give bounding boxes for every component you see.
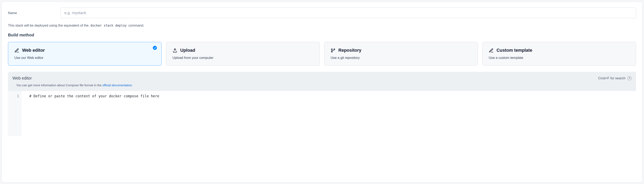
line-number: 1 — [8, 93, 19, 99]
editor-header: Web editor Cmd+F for search ? — [8, 72, 636, 83]
upload-icon — [172, 48, 178, 53]
method-card-upload[interactable]: Upload Upload from your computer — [166, 42, 320, 66]
deploy-info-prefix: This stack will be deployed using the eq… — [8, 23, 90, 27]
build-method-cards: Web editor Use our Web editor Upload Upl… — [8, 42, 636, 66]
card-subtitle: Use our Web editor — [14, 56, 155, 60]
deploy-info-suffix: command. — [128, 23, 144, 27]
official-documentation-link[interactable]: official documentation — [102, 83, 132, 87]
editor-help-suffix: . — [132, 83, 133, 87]
name-row: Name — [8, 7, 636, 18]
card-title: Repository — [338, 48, 361, 53]
name-input[interactable] — [60, 7, 636, 18]
card-header: Upload — [172, 48, 314, 53]
edit-icon — [14, 48, 19, 53]
editor-title: Web editor — [12, 76, 32, 81]
card-subtitle: Upload from your computer — [172, 56, 314, 60]
web-editor-panel: Web editor Cmd+F for search ? You can ge… — [8, 72, 636, 136]
card-subtitle: Use a custom template — [489, 56, 630, 60]
help-icon[interactable]: ? — [628, 76, 632, 80]
git-branch-icon — [330, 48, 336, 53]
method-card-repository[interactable]: Repository Use a git repository — [324, 42, 478, 66]
card-title: Upload — [180, 48, 195, 53]
create-stack-form: Name This stack will be deployed using t… — [2, 2, 642, 182]
editor-help-text: You can get more information about Compo… — [8, 83, 636, 91]
line-gutter: 1 — [8, 91, 22, 136]
method-card-custom-template[interactable]: Custom template Use a custom template — [482, 42, 636, 66]
card-header: Web editor — [14, 48, 155, 53]
card-title: Web editor — [22, 48, 45, 53]
code-line: # Define or paste the content of your do… — [29, 93, 159, 99]
code-area[interactable]: # Define or paste the content of your do… — [22, 91, 159, 136]
deploy-info-line: This stack will be deployed using the eq… — [8, 23, 636, 27]
search-hint-text: Cmd+F for search — [598, 76, 626, 80]
selected-badge — [153, 46, 157, 50]
card-header: Custom template — [489, 48, 630, 53]
deploy-command-code: docker stack deploy — [90, 23, 128, 28]
check-icon — [154, 47, 156, 49]
card-subtitle: Use a git repository — [330, 56, 472, 60]
editor-search-hint: Cmd+F for search ? — [598, 76, 632, 80]
name-label: Name — [8, 11, 56, 15]
card-header: Repository — [330, 48, 472, 53]
card-title: Custom template — [496, 48, 532, 53]
template-icon — [489, 48, 494, 53]
code-editor[interactable]: 1 # Define or paste the content of your … — [8, 91, 636, 136]
editor-help-prefix: You can get more information about Compo… — [16, 83, 102, 87]
build-method-title: Build method — [8, 33, 636, 37]
method-card-web-editor[interactable]: Web editor Use our Web editor — [8, 42, 162, 66]
